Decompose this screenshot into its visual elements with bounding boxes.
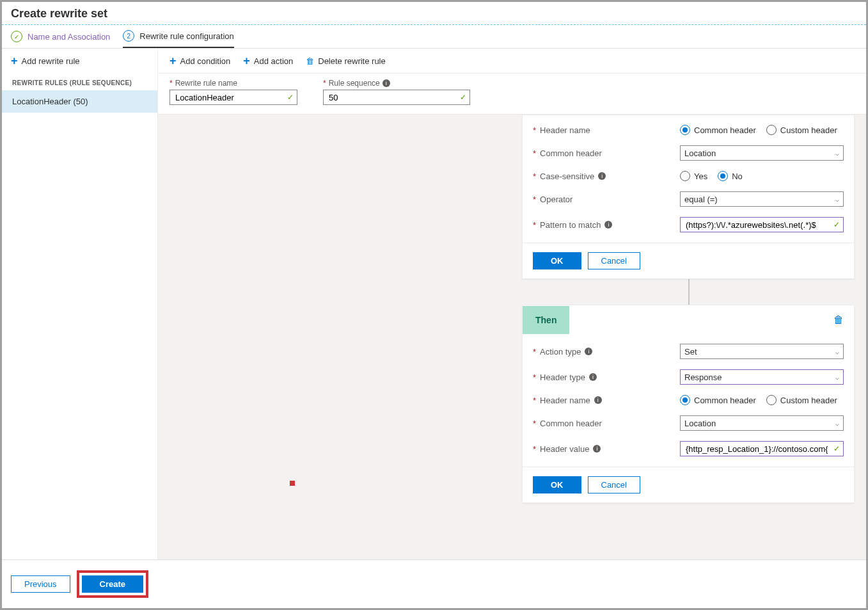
toolbar: + Add condition + Add action 🗑 Delete re… [158, 49, 866, 74]
wizard-step1-label: Name and Association [28, 32, 110, 42]
connector-line [688, 279, 690, 305]
page-title: Create rewrite set [2, 2, 866, 25]
add-condition-button[interactable]: + Add condition [170, 55, 230, 67]
info-icon[interactable]: i [589, 373, 597, 381]
add-action-label: Add action [254, 56, 293, 66]
delete-rewrite-rule-button[interactable]: 🗑 Delete rewrite rule [306, 56, 386, 66]
plus-icon: + [170, 55, 177, 67]
create-button[interactable]: Create [82, 575, 143, 593]
yes-label: Yes [694, 172, 707, 181]
then-common-opt: Common header [694, 396, 756, 405]
then-radio-custom-header[interactable]: Custom header [766, 395, 837, 405]
footer: Previous Create [2, 559, 866, 608]
chevron-down-icon: ⌵ [835, 348, 839, 355]
pattern-label: Pattern to match [540, 220, 601, 230]
then-common-header-label: Common header [540, 419, 602, 428]
info-icon[interactable]: i [585, 348, 592, 355]
checkmark-icon: ✓ [287, 93, 294, 102]
common-header-opt: Common header [694, 125, 756, 135]
common-header-label: Common header [540, 148, 602, 158]
condition-cancel-button[interactable]: Cancel [588, 252, 640, 269]
operator-select[interactable]: equal (=)⌵ [680, 191, 844, 207]
indicator-icon [290, 481, 295, 486]
rule-header: *Rewrite rule name ✓ *Rule sequence i ✓ [158, 74, 866, 115]
condition-ok-button[interactable]: OK [533, 252, 581, 269]
action-type-select[interactable]: Set⌵ [680, 344, 844, 359]
radio-custom-header[interactable]: Custom header [766, 125, 837, 135]
wizard-step-rewrite-config[interactable]: 2 Rewrite rule configuration [123, 30, 233, 48]
common-header-select[interactable]: Location⌵ [680, 145, 844, 161]
then-common-header-value: Location [684, 419, 716, 428]
delete-rule-label: Delete rewrite rule [318, 56, 386, 66]
case-sensitive-label: Case-sensitive [540, 172, 594, 181]
plus-icon: + [11, 55, 18, 67]
create-highlight: Create [77, 570, 148, 598]
checkmark-icon: ✓ [833, 220, 840, 229]
check-icon: ✓ [11, 31, 22, 42]
chevron-down-icon: ⌵ [835, 196, 839, 203]
then-label: Then [523, 306, 569, 334]
then-common-header-select[interactable]: Location⌵ [680, 415, 844, 431]
step-number-icon: 2 [123, 30, 134, 42]
info-icon[interactable]: i [604, 221, 612, 229]
no-label: No [732, 172, 743, 181]
header-type-label: Header type [540, 373, 585, 382]
add-condition-label: Add condition [180, 56, 231, 66]
action-type-label: Action type [540, 347, 581, 357]
trash-icon: 🗑 [306, 56, 314, 66]
wizard-step-name-association[interactable]: ✓ Name and Association [11, 31, 110, 47]
trash-icon: 🗑 [833, 314, 844, 325]
info-icon[interactable]: i [383, 79, 390, 87]
checkmark-icon: ✓ [833, 444, 840, 453]
then-cancel-button[interactable]: Cancel [588, 476, 640, 494]
checkmark-icon: ✓ [460, 93, 466, 102]
rule-sequence-label: Rule sequence [329, 79, 380, 88]
add-rewrite-rule-button[interactable]: + Add rewrite rule [11, 55, 80, 67]
rewrite-rule-name-input[interactable] [170, 90, 297, 105]
pattern-input[interactable] [680, 217, 844, 232]
header-type-select[interactable]: Response⌵ [680, 369, 844, 385]
operator-value: equal (=) [684, 195, 718, 204]
header-value-input[interactable] [680, 441, 844, 456]
condition-card: *Header name Common header Custom header… [522, 115, 855, 279]
chevron-down-icon: ⌵ [835, 150, 839, 157]
wizard-step2-label: Rewrite rule configuration [139, 31, 233, 41]
info-icon[interactable]: i [594, 396, 602, 404]
then-ok-button[interactable]: OK [533, 476, 581, 494]
action-type-value: Set [684, 347, 697, 357]
delete-then-button[interactable]: 🗑 [823, 305, 854, 335]
rule-sequence-input[interactable] [323, 90, 470, 105]
header-value-label: Header value [540, 444, 589, 454]
then-card: Then 🗑 *Action type i Set⌵ *Header type … [522, 305, 855, 503]
info-icon[interactable]: i [598, 172, 606, 180]
info-icon[interactable]: i [593, 445, 601, 453]
rewrite-rules-section-label: REWRITE RULES (RULE SEQUENCE) [2, 73, 157, 90]
custom-header-opt: Custom header [780, 125, 837, 135]
plus-icon: + [243, 55, 250, 67]
sidebar: + Add rewrite rule REWRITE RULES (RULE S… [2, 49, 158, 559]
then-radio-common-header[interactable]: Common header [680, 395, 756, 405]
then-custom-opt: Custom header [780, 396, 837, 405]
then-header-name-label: Header name [540, 396, 590, 405]
radio-case-yes[interactable]: Yes [680, 171, 707, 181]
operator-label: Operator [540, 195, 572, 204]
rule-item-locationheader[interactable]: LocationHeader (50) [2, 90, 157, 113]
common-header-value: Location [684, 148, 716, 158]
previous-button[interactable]: Previous [11, 575, 70, 593]
wizard-steps: ✓ Name and Association 2 Rewrite rule co… [2, 25, 866, 49]
radio-case-no[interactable]: No [718, 171, 743, 181]
chevron-down-icon: ⌵ [835, 374, 839, 381]
header-type-value: Response [684, 373, 722, 382]
add-action-button[interactable]: + Add action [243, 55, 293, 67]
add-rewrite-rule-label: Add rewrite rule [22, 56, 80, 66]
header-name-label: Header name [540, 125, 590, 135]
scroll-area[interactable]: *Header name Common header Custom header… [158, 115, 866, 559]
rewrite-rule-name-label: Rewrite rule name [175, 79, 237, 88]
chevron-down-icon: ⌵ [835, 420, 839, 427]
radio-common-header[interactable]: Common header [680, 125, 756, 135]
